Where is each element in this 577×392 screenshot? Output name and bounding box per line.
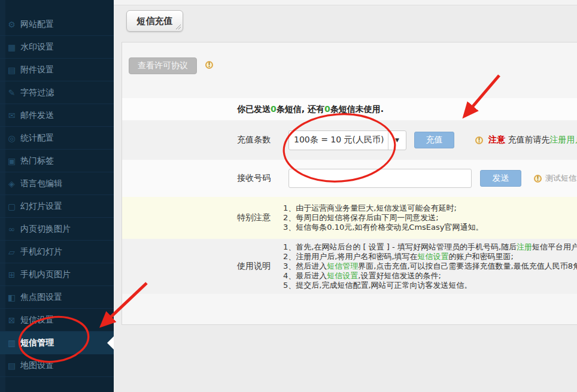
sidebar-item-label: 邮件发送	[20, 110, 54, 121]
sidebar-item-mail-send[interactable]: ✉邮件发送	[0, 104, 114, 127]
text-segment: 1、首先,在网站后台的 [ 设置 ] - 填写好网站管理员的手机号码,随后	[283, 242, 517, 251]
panel-footer	[122, 294, 577, 324]
warning-icon: !	[205, 61, 213, 69]
sms-recharge-panel: 查看许可协议 ! 你已发送0条短信, 还有0条短信未使用. 充值条数 100条 …	[122, 42, 577, 325]
status-text: 你已发送0条短信, 还有0条短信未使用.	[237, 104, 384, 115]
special-note-list: 1、由于运营商业务量巨大,短信发送可能会有延时;2、每周日的短信将保存后由下周一…	[283, 203, 484, 232]
tag-icon: ▣	[5, 156, 18, 166]
sidebar-item-label: 水印设置	[20, 42, 54, 53]
sidebar-item-label: 字符过滤	[20, 87, 54, 98]
text-segment: 你已发送	[237, 104, 271, 114]
usage-row: 使用说明 1、首先,在网站后台的 [ 设置 ] - 填写好网站管理员的手机号码,…	[122, 239, 577, 294]
watermark-icon: ▦	[5, 42, 18, 52]
usage-list: 1、首先,在网站后台的 [ 设置 ] - 填写好网站管理员的手机号码,随后注册短…	[283, 242, 577, 290]
sidebar-item-mobile-slideshow[interactable]: ▱手机幻灯片	[0, 241, 114, 263]
sidebar-item-label: 短信管理	[20, 338, 54, 348]
sidebar-item-sms-settings[interactable]: ⊠短信设置	[0, 309, 114, 332]
usage-line: 3、然后进入短信管理界面,点击充值,可以按自己需要选择充值数量,最低充值人民币8…	[283, 262, 577, 271]
warning-icon: !	[534, 175, 542, 183]
sidebar-item-label: 幻灯片设置	[20, 201, 62, 212]
gear-icon: ⚙	[5, 20, 18, 29]
sidebar-menu: ⚙网站配置▦水印设置▤附件设置✎字符过滤✉邮件发送◎统计配置▣热门标签◈语言包编…	[0, 0, 114, 377]
sidebar-item-label: 附件设置	[20, 65, 54, 75]
resize-grip-icon	[175, 23, 181, 29]
receive-number-label: 接收号码	[237, 173, 288, 184]
map-folder-icon: ▤	[5, 361, 18, 370]
grid-icon: ⊞	[5, 270, 18, 279]
sidebar-item-label: 统计配置	[20, 133, 54, 144]
link-icon: ∞	[5, 224, 18, 234]
send-button[interactable]: 发送	[480, 170, 521, 187]
language-icon: ◈	[5, 179, 18, 189]
sidebar-item-inner-switch-image[interactable]: ∞内页切换图片	[0, 218, 114, 241]
text-segment: 界面,点击充值,可以按自己需要选择充值数量,最低充值人民币8角;	[358, 262, 577, 271]
sidebar-item-label: 手机幻灯片	[20, 247, 62, 257]
top-strip	[114, 0, 577, 5]
usage-line: 1、首先,在网站后台的 [ 设置 ] - 填写好网站管理员的手机号码,随后注册短…	[283, 242, 577, 252]
inline-link[interactable]: 短信设置	[327, 271, 358, 280]
text-segment: 条短信, 还有	[277, 104, 324, 114]
sidebar-item-label: 焦点图设置	[20, 292, 62, 303]
sidebar: ⚙网站配置▦水印设置▤附件设置✎字符过滤✉邮件发送◎统计配置▣热门标签◈语言包编…	[0, 0, 114, 392]
usage-line: 5、提交后,完成短信配置,网站可正常向访客发送短信。	[283, 281, 577, 290]
inline-link[interactable]: 短信管理	[327, 262, 358, 271]
folder-icon: ▤	[5, 65, 18, 75]
sidebar-item-label: 语言包编辑	[20, 178, 62, 189]
sidebar-item-label: 热门标签	[20, 156, 54, 166]
sidebar-item-hot-tags[interactable]: ▣热门标签	[0, 150, 114, 172]
sidebar-item-map-settings[interactable]: ▤地图设置	[0, 354, 114, 377]
sidebar-item-sms-manage[interactable]: ▥短信管理	[0, 332, 114, 354]
sidebar-item-site-config[interactable]: ⚙网站配置	[0, 13, 114, 36]
sidebar-item-stats-config[interactable]: ◎统计配置	[0, 127, 114, 150]
sidebar-item-label: 短信设置	[20, 315, 54, 326]
pin-icon: ▱	[5, 247, 18, 257]
inline-link: 0	[271, 104, 277, 114]
text-segment: 注意	[488, 135, 505, 144]
text-segment: 充值前请先	[505, 135, 549, 144]
inline-link: 0	[324, 104, 330, 114]
sidebar-item-label: 手机内页图片	[20, 269, 71, 280]
sidebar-item-language-pack[interactable]: ◈语言包编辑	[0, 172, 114, 195]
usage-line: 4、最后进入短信设置,设置好短信发送的条件;	[283, 271, 577, 281]
inline-link[interactable]: 注册	[517, 242, 532, 251]
special-note-row: 特别注意 1、由于运营商业务量巨大,短信发送可能会有延时;2、每周日的短信将保存…	[122, 197, 577, 239]
chevron-down-icon: ▼	[388, 131, 406, 150]
sidebar-item-char-filter[interactable]: ✎字符过滤	[0, 81, 114, 104]
filter-icon: ✎	[5, 88, 18, 98]
recharge-notice: 注意 充值前请先注册用户!	[488, 135, 577, 145]
stats-icon: ◎	[5, 133, 18, 143]
sidebar-item-attachment[interactable]: ▤附件设置	[0, 59, 114, 81]
tab-sms-recharge[interactable]: 短信充值	[126, 10, 183, 32]
text-segment: 5、提交后,完成短信配置,网站可正常向访客发送短信。	[283, 281, 472, 290]
recharge-row: 充值条数 100条 = 10 元(人民币) ▼ 充值 ! 注意 充值前请先注册用…	[122, 120, 577, 160]
recharge-amount-select[interactable]: 100条 = 10 元(人民币) ▼	[288, 130, 406, 150]
edit-icon: ⊠	[5, 315, 18, 325]
panel-header: 查看许可协议 !	[122, 42, 577, 98]
mail-icon: ✉	[5, 111, 18, 120]
sidebar-item-focus-image[interactable]: ◧焦点图设置	[0, 286, 114, 309]
sidebar-item-mobile-inner-image[interactable]: ⊞手机内页图片	[0, 263, 114, 286]
tab-label: 短信充值	[137, 16, 173, 27]
sidebar-item-label: 内页切换图片	[20, 224, 71, 235]
inline-link[interactable]: 注册用户	[549, 135, 577, 144]
usage-label: 使用说明	[237, 261, 283, 272]
recharge-count-label: 充值条数	[237, 135, 288, 145]
usage-line: 2、注册用户后,将用户名和密码,填写在短信设置的账户和密码里面;	[283, 252, 577, 262]
main-content: 短信充值 查看许可协议 ! 你已发送0条短信, 还有0条短信未使用. 充值条数 …	[114, 0, 577, 392]
sidebar-item-label: 地图设置	[20, 360, 54, 371]
text-segment: 4、最后进入	[283, 271, 327, 280]
sms-status-message: 你已发送0条短信, 还有0条短信未使用.	[122, 98, 577, 120]
inline-link[interactable]: 短信设置	[418, 252, 449, 261]
view-license-button[interactable]: 查看许可协议	[129, 57, 197, 74]
receive-number-input[interactable]	[288, 169, 472, 188]
send-test-row: 接收号码 发送 ! 测试短信发送	[122, 160, 577, 197]
sidebar-item-slideshow[interactable]: ▢幻灯片设置	[0, 195, 114, 218]
text-segment: 2、注册用户后,将用户名和密码,填写在	[283, 252, 418, 261]
sidebar-item-label: 网站配置	[20, 19, 54, 30]
warning-icon: !	[475, 136, 483, 144]
recharge-button[interactable]: 充值	[414, 132, 454, 148]
text-segment: 短信平台用户;	[532, 242, 577, 251]
text-segment: 的账户和密码里面;	[449, 252, 514, 261]
sidebar-item-watermark[interactable]: ▦水印设置	[0, 36, 114, 59]
text-segment: 3、然后进入	[283, 262, 327, 271]
